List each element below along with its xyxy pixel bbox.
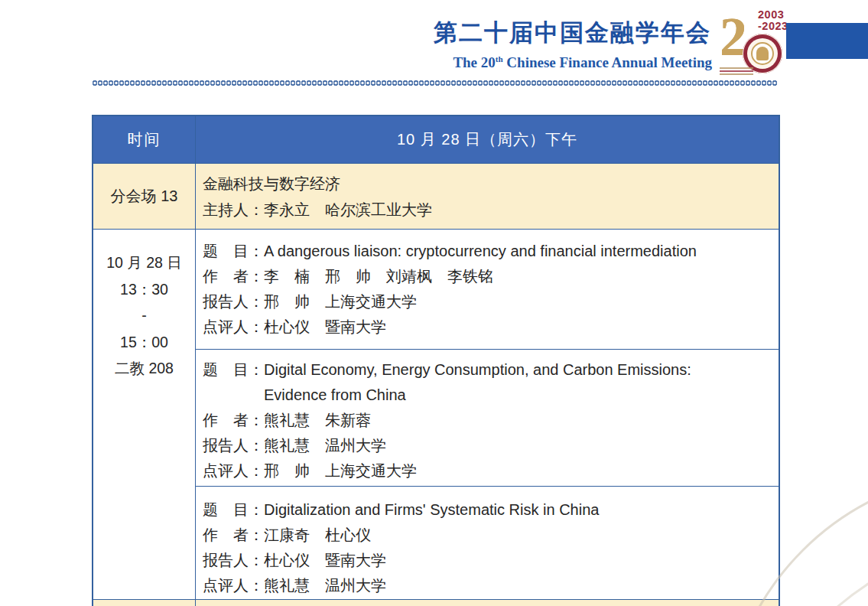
- chair-value: 李永立 哈尔滨工业大学: [264, 197, 779, 223]
- title-label: 题 目：: [203, 357, 264, 408]
- presenter-label: 报告人：: [203, 548, 264, 573]
- venue-cell: 分会场 13: [93, 164, 196, 229]
- authors-label: 作 者：: [203, 408, 264, 433]
- paper-discussant: 邢 帅 上海交通大学: [264, 458, 768, 484]
- paper-authors: 李 楠 邢 帅 刘靖枫 李铁铭: [264, 264, 768, 289]
- presenter-line: 报告人：杜心仪 暨南大学: [203, 548, 768, 573]
- authors-label: 作 者：: [203, 264, 264, 289]
- room-label: 二教 208: [115, 355, 174, 382]
- session-info-cell: 金融科技与数字经济 主持人：李永立 哈尔滨工业大学: [196, 164, 779, 229]
- chair-label: 主持人：: [203, 197, 264, 223]
- presenter-line: 报告人：熊礼慧 温州大学: [203, 433, 768, 458]
- year-bottom: -2023: [758, 21, 788, 32]
- paper-title: Digitalization and Firms' Systematic Ris…: [264, 497, 768, 523]
- schedule-table: 时间 10 月 28 日（周六）下午 分会场 13 金融科技与数字经济 主持人：…: [92, 115, 780, 606]
- paper-presenter: 熊礼慧 温州大学: [264, 433, 768, 458]
- chain-divider: [92, 80, 777, 86]
- paper-title: Digital Economy, Energy Consumption, and…: [264, 357, 768, 408]
- paper-presenter: 杜心仪 暨南大学: [264, 548, 768, 573]
- paper-authors: 江康奇 杜心仪: [264, 523, 768, 548]
- paper-block-2: 题 目：Digital Economy, Energy Consumption,…: [196, 350, 779, 487]
- chair-line: 主持人：李永立 哈尔滨工业大学: [203, 197, 779, 223]
- discussant-label: 点评人：: [203, 458, 264, 484]
- discussant-label: 点评人：: [203, 573, 264, 598]
- discussant-line: 点评人：熊礼慧 温州大学: [203, 573, 768, 598]
- anniversary-years: 2003 -2023: [758, 9, 788, 32]
- authors-line: 作 者：熊礼慧 朱新蓉: [203, 408, 768, 433]
- time-date: 10 月 28 日: [106, 249, 182, 276]
- paper-block-3: 题 目：Digitalization and Firms' Systematic…: [196, 487, 779, 599]
- title-label: 题 目：: [203, 497, 264, 523]
- page-title: 第二十届中国金融学年会: [434, 19, 711, 47]
- paper-discussant: 熊礼慧 温州大学: [264, 573, 768, 598]
- subtitle-prefix: The 20: [453, 54, 495, 70]
- title-label: 题 目：: [203, 239, 264, 264]
- date-column-header: 10 月 28 日（周六）下午: [196, 116, 779, 163]
- time-slot-cell: 10 月 28 日 13：30 - 15：00 二教 208: [93, 230, 196, 599]
- presenter-label: 报告人：: [203, 433, 264, 458]
- paper-block-1: 题 目：A dangerous liaison: cryptocurrency …: [196, 230, 779, 350]
- session-body-row: 10 月 28 日 13：30 - 15：00 二教 208 题 目：A dan…: [93, 230, 779, 600]
- title-line: 题 目：Digital Economy, Energy Consumption,…: [203, 357, 768, 408]
- title-line: 题 目：Digitalization and Firms' Systematic…: [203, 497, 768, 523]
- paper-discussant: 杜心仪 暨南大学: [264, 314, 768, 340]
- authors-line: 作 者：江康奇 杜心仪: [203, 523, 768, 548]
- discussant-line: 点评人：杜心仪 暨南大学: [203, 314, 768, 340]
- discussant-label: 点评人：: [203, 314, 264, 340]
- paper-authors: 熊礼慧 朱新蓉: [264, 408, 768, 433]
- subtitle-ordinal: th: [496, 54, 503, 64]
- table-header-row: 时间 10 月 28 日（周六）下午: [93, 116, 779, 164]
- session-row: 分会场 13 金融科技与数字经济 主持人：李永立 哈尔滨工业大学: [93, 164, 779, 230]
- time-column-header: 时间: [93, 116, 196, 163]
- subtitle-suffix: Chinese Finance Annual Meeting: [503, 54, 712, 70]
- next-session-row-partial: [93, 600, 779, 606]
- discussant-line: 点评人：邢 帅 上海交通大学: [203, 458, 768, 484]
- papers-cell: 题 目：A dangerous liaison: cryptocurrency …: [196, 230, 779, 599]
- paper-title: A dangerous liaison: cryptocurrency and …: [264, 239, 768, 264]
- title-line: 题 目：A dangerous liaison: cryptocurrency …: [203, 239, 768, 264]
- authors-label: 作 者：: [203, 523, 264, 548]
- paper-presenter: 邢 帅 上海交通大学: [264, 289, 768, 314]
- year-top: 2003: [758, 9, 788, 21]
- time-end: 15：00: [120, 329, 168, 356]
- presenter-label: 报告人：: [203, 289, 264, 314]
- logo-fineprint: [720, 66, 753, 77]
- time-dash: -: [141, 302, 147, 329]
- program-page: 第二十届中国金融学年会 The 20th Chinese Finance Ann…: [0, 0, 868, 606]
- emblem-icon: [756, 47, 769, 60]
- anniversary-logo: 2 2003 -2023: [720, 5, 793, 78]
- authors-line: 作 者：李 楠 邢 帅 刘靖枫 李铁铭: [203, 264, 768, 289]
- presenter-line: 报告人：邢 帅 上海交通大学: [203, 289, 768, 314]
- session-topic: 金融科技与数字经济: [203, 171, 779, 197]
- page-subtitle: The 20th Chinese Finance Annual Meeting: [453, 50, 712, 71]
- header-accent-bar: [786, 23, 868, 59]
- time-start: 13：30: [120, 276, 168, 303]
